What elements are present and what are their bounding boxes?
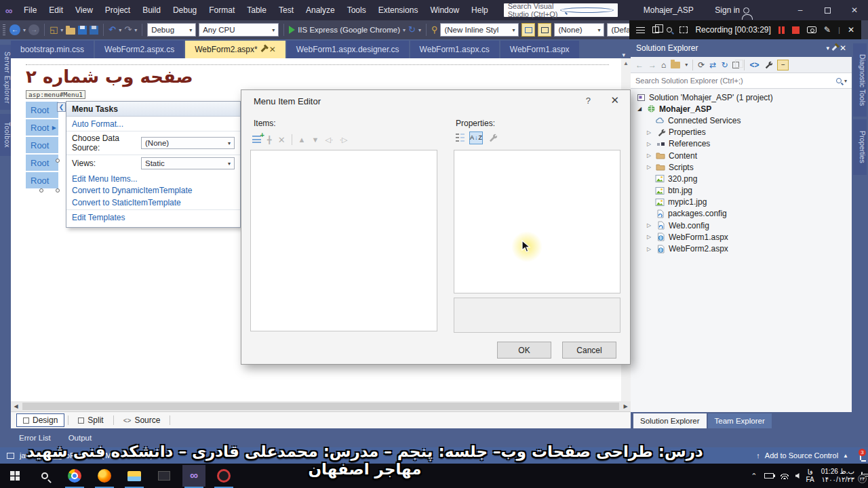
tab-webform1-aspx-cs[interactable]: WebForm1.aspx.cs <box>410 41 499 58</box>
redo-dropdown-icon[interactable]: ▾ <box>134 27 137 33</box>
tab-bootstrap-min-css[interactable]: bootstrap.min.css <box>11 41 94 58</box>
preview-changes-button[interactable] <box>538 23 551 37</box>
menu-tools[interactable]: Tools <box>341 0 372 20</box>
scrollbar-thumb[interactable] <box>22 403 619 410</box>
server-explorer-tab[interactable]: Server Explorer <box>0 45 11 110</box>
property-pages-icon[interactable] <box>488 133 497 142</box>
refresh-dropdown-icon[interactable]: ▾ <box>418 27 421 33</box>
auto-format-link[interactable]: Auto Format... <box>66 117 240 131</box>
alphabetical-sort-icon[interactable]: A↓Z <box>469 131 483 144</box>
unindent-icon[interactable]: ◁· <box>325 136 333 144</box>
collapsed-icon[interactable]: ▷ <box>646 222 652 228</box>
tray-expand-icon[interactable]: ⌃ <box>751 472 757 481</box>
tab-webform1-designer-cs[interactable]: WebForm1.aspx.designer.cs <box>287 41 409 58</box>
toolbox-tab[interactable]: Toolbox <box>0 114 11 156</box>
tree-row[interactable]: ▷ Properties <box>631 127 852 138</box>
recorder-close-button[interactable]: ✕ <box>848 25 854 35</box>
navigate-back-button[interactable]: ← <box>9 24 20 35</box>
move-down-icon[interactable]: ▼ <box>311 136 319 144</box>
properties-tool-icon[interactable] <box>764 60 772 69</box>
refresh-button[interactable]: ↻ <box>408 24 416 35</box>
data-source-dropdown[interactable]: (None)▾ <box>141 137 235 149</box>
menu-file[interactable]: File <box>18 0 43 20</box>
close-tab-icon[interactable]: ✕ <box>269 45 276 54</box>
collapse-all-icon[interactable]: − <box>777 60 789 70</box>
tree-row[interactable]: ▷ References <box>631 138 852 150</box>
refresh-icon[interactable]: ↻ <box>721 60 728 70</box>
se-forward-icon[interactable]: → <box>648 60 656 70</box>
collapsed-icon[interactable]: ▷ <box>646 246 652 252</box>
resize-handle[interactable] <box>56 159 60 163</box>
solution-explorer-bottom-tab[interactable]: Solution Explorer <box>633 413 707 428</box>
show-all-files-icon[interactable] <box>732 62 739 68</box>
style-application-icon[interactable]: ⚲ <box>431 24 438 35</box>
error-list-tab[interactable]: Error List <box>19 434 51 442</box>
items-listbox[interactable] <box>250 150 437 331</box>
tree-row[interactable]: Connected Services <box>631 115 852 126</box>
scroll-right-icon[interactable]: ▶ <box>620 403 631 409</box>
minimize-button[interactable]: – <box>787 0 814 20</box>
menu-format[interactable]: Format <box>203 0 241 20</box>
run-dropdown-icon[interactable]: ▾ <box>403 27 406 33</box>
se-back-icon[interactable]: ← <box>635 60 644 70</box>
show-overlay-button[interactable] <box>521 23 535 37</box>
cancel-button[interactable]: Cancel <box>562 342 616 359</box>
add-child-item-icon[interactable]: ╋ <box>267 136 272 144</box>
menu-root-item[interactable]: Root <box>26 172 58 188</box>
collapsed-icon[interactable]: ▷ <box>646 129 652 136</box>
navigate-forward-button[interactable]: → <box>28 24 39 35</box>
account-name[interactable]: Mohajer_ASP <box>644 5 694 15</box>
toolbar-grip[interactable] <box>3 24 5 35</box>
new-project-button[interactable]: ◱ <box>50 24 58 35</box>
switch-views-icon[interactable] <box>671 62 680 68</box>
indent-icon[interactable]: ·▷ <box>339 136 347 144</box>
menu-root-item[interactable]: Root <box>26 102 58 118</box>
tree-row-project[interactable]: ◢ Mohajer_ASP <box>631 103 852 115</box>
vs-search-input[interactable]: Search Visual Studio (Ctrl+Q) <box>504 3 618 17</box>
home-icon[interactable]: ⌂ <box>661 60 666 70</box>
recorder-menu-icon[interactable] <box>636 27 645 33</box>
start-debug-icon[interactable] <box>289 26 295 34</box>
menu-edit[interactable]: Edit <box>43 0 69 20</box>
tree-row[interactable]: ▷ WebForm1.aspx <box>631 231 852 243</box>
sync-icon[interactable]: ⇄ <box>709 60 716 70</box>
undo-button[interactable]: ↶ <box>108 24 116 35</box>
menu-help[interactable]: Help <box>465 0 494 20</box>
move-up-icon[interactable]: ▲ <box>298 136 306 144</box>
tab-webform2-aspx-cs[interactable]: WebForm2.aspx.cs <box>95 41 184 58</box>
tab-webform2-aspx-active[interactable]: WebForm2.aspx* ✕ <box>185 41 285 58</box>
redo-button[interactable]: ↷ <box>124 24 132 35</box>
menu-analyze[interactable]: Analyze <box>300 0 341 20</box>
language-indicator[interactable]: فا FA <box>806 468 814 484</box>
solution-config-dropdown[interactable]: Debug▾ <box>147 23 196 37</box>
editor-horizontal-scrollbar[interactable]: ◀ ▶ <box>11 401 631 411</box>
recorder-region-icon[interactable] <box>679 26 688 33</box>
view-code-icon[interactable]: <> <box>749 60 759 70</box>
edit-templates-link[interactable]: Edit Templates <box>66 210 240 224</box>
properties-tab[interactable]: Properties <box>853 119 867 175</box>
notifications-button[interactable]: 3 <box>860 451 861 460</box>
menu-table[interactable]: Table <box>241 0 273 20</box>
source-control-caret-icon[interactable]: ▲ <box>843 453 848 459</box>
menu-root-item[interactable]: Root <box>26 137 58 153</box>
output-tab[interactable]: Output <box>68 434 92 442</box>
collapsed-icon[interactable]: ▷ <box>646 152 652 159</box>
start-debug-button[interactable]: IIS Express (Google Chrome) <box>298 26 400 34</box>
resize-handle[interactable] <box>56 188 60 192</box>
tree-row[interactable]: ▷ Web.config <box>631 220 852 231</box>
asp-menu-control[interactable]: Root Root▶ Root Root Root <box>26 102 58 190</box>
stop-recording-button[interactable] <box>792 26 800 34</box>
edit-menu-items-link[interactable]: Edit Menu Items... <box>66 171 240 186</box>
collapsed-icon[interactable]: ▷ <box>646 164 652 170</box>
expanded-icon[interactable]: ◢ <box>636 106 643 112</box>
dialog-help-button[interactable]: ? <box>586 96 591 106</box>
collapsed-icon[interactable]: ▷ <box>646 234 652 240</box>
menu-test[interactable]: Test <box>273 0 300 20</box>
menu-root-item[interactable]: Root▶ <box>26 119 58 136</box>
tab-webform1-aspx[interactable]: WebForm1.aspx <box>500 41 579 58</box>
close-panel-icon[interactable]: ✕ <box>840 43 846 53</box>
smart-tag-collapse-button[interactable]: ❮ <box>57 102 66 112</box>
convert-dynamic-template-link[interactable]: Convert to DynamicItemTemplate <box>66 186 240 197</box>
wifi-icon[interactable] <box>781 473 789 479</box>
save-button[interactable] <box>78 26 87 35</box>
